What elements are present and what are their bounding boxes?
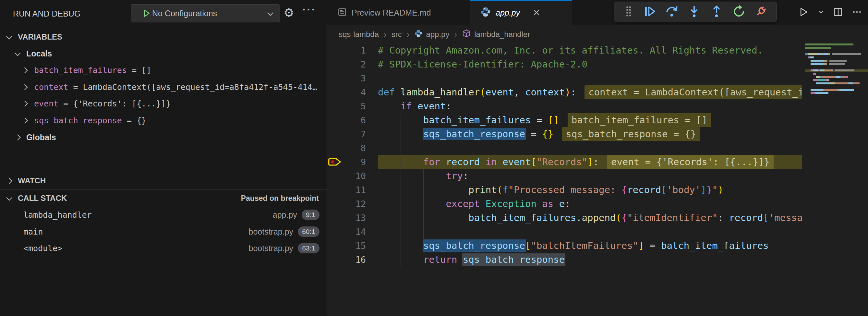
chevron-right-icon [14,134,21,140]
step-over-icon[interactable] [665,4,679,20]
code-line-14: 14 [327,225,802,239]
paused-status-text: Paused on breakpoint [241,194,319,203]
line-number[interactable]: 2 [327,57,366,71]
code-line-3: 3 [327,71,802,85]
line-number[interactable]: 6 [327,113,366,127]
code-line-7: 7 sqs_batch_response = {}sqs_batch_respo… [327,127,802,141]
variable-value: = {} [122,116,146,125]
line-number[interactable]: 8 [327,141,366,155]
variable-name: event [34,99,58,108]
watch-section-header[interactable]: WATCH [0,175,327,187]
debug-toolbar [614,2,777,22]
code-line-4: 4def lambda_handler(event, context):cont… [327,85,802,99]
sidebar-title: RUN AND DEBUG [13,9,81,19]
stack-frame-1[interactable]: lambda_handlerapp.py9:1 [0,209,327,221]
tab-label: Preview README.md [351,8,431,18]
line-number[interactable]: 16 [327,253,366,267]
configurations-dropdown[interactable]: No Configurations [131,4,280,22]
line-number[interactable]: 12 [327,197,366,211]
variable-row-context[interactable]: context = LambdaContext([aws_request_id=… [0,81,327,93]
line-number[interactable]: 10 [327,169,366,183]
start-debug-icon[interactable] [138,10,144,17]
line-number[interactable]: 14 [327,225,366,239]
line-number[interactable]: 15 [327,239,366,253]
minimap-line [805,92,868,94]
configurations-dropdown-label[interactable]: No Configurations [152,9,268,18]
call-stack-section-header[interactable]: CALL STACK Paused on breakpoint [0,192,327,204]
continue-icon[interactable] [643,4,656,20]
restart-icon[interactable] [732,4,746,20]
code-text: for record in event["Records"]: [378,155,599,169]
chevron-right-icon [22,67,28,73]
minimap[interactable] [803,43,868,173]
breadcrumb-item[interactable]: sqs-lambda [339,30,379,39]
inline-debug-value: batch_item_failures = [] [568,113,711,127]
breadcrumb-separator: › [454,30,457,39]
gear-icon[interactable]: ⚙ [283,6,294,20]
variable-name: sqs_batch_response [34,116,122,125]
stack-frame-3[interactable]: <module>bootstrap.py63:1 [0,242,327,254]
breadcrumb-item[interactable]: app.py [414,29,449,39]
frame-position-badge: 60:1 [298,226,319,237]
minimap-line [805,60,868,62]
line-number[interactable]: 11 [327,183,366,197]
step-out-icon[interactable] [710,4,723,20]
variable-name: context [34,83,68,92]
tab-app-py[interactable]: app.py ✕ [470,0,572,25]
minimap-line [805,89,868,91]
code-line-8: 8 [327,141,802,155]
line-number[interactable]: 13 [327,211,366,225]
line-number[interactable]: 5 [327,99,366,113]
editor-tab-bar: Preview README.md app.py ✕ [327,0,868,25]
variable-name: batch_item_failures [34,66,127,75]
breadcrumb: sqs-lambda › src › app.py › lambda_handl… [327,25,802,43]
variable-value: = [] [127,66,151,75]
tab-preview-readme[interactable]: Preview README.md [327,0,470,25]
python-icon [414,29,423,39]
breadcrumb-item[interactable]: src [392,30,402,39]
code-line-13: 13 batch_item_failures.append({"itemIden… [327,211,802,225]
frame-position-badge: 63:1 [298,243,319,253]
code-line-11: 11 print(f"Processed message: {record['b… [327,183,802,197]
minimap-line [805,69,868,72]
variable-row-event[interactable]: event = {'Records': [{...}]} [0,97,327,110]
line-number[interactable]: 1 [327,43,366,57]
variable-row-batch_item_failures[interactable]: batch_item_failures = [] [0,64,327,76]
scope-globals[interactable]: Globals [0,131,327,144]
vscode-debug-window: RUN AND DEBUG No Configurations ⚙ ··· VA… [0,0,868,316]
chevron-down-icon [267,10,273,15]
line-number[interactable]: 4 [327,85,366,99]
scope-locals[interactable]: Locals [0,48,327,60]
more-actions-icon[interactable]: ··· [302,3,316,16]
split-editor-icon[interactable] [833,7,843,19]
minimap-line [805,66,868,68]
line-number[interactable]: 9 [327,155,366,169]
minimap-line [805,50,868,52]
minimap-line [805,76,868,78]
chevron-down-icon [6,33,12,39]
code-text: sqs_batch_response = {}sqs_batch_respons… [378,127,700,141]
disconnect-icon[interactable] [754,4,768,20]
run-icon[interactable] [798,6,809,19]
step-into-icon[interactable] [687,4,701,20]
variable-row-sqs_batch_response[interactable]: sqs_batch_response = {} [0,114,327,127]
run-and-debug-sidebar: RUN AND DEBUG No Configurations ⚙ ··· VA… [0,0,327,316]
breadcrumb-item[interactable]: lambda_handler [462,29,530,40]
minimap-line [805,79,868,81]
close-tab-icon[interactable]: ✕ [533,8,540,18]
minimap-line [805,57,868,58]
code-editor[interactable]: event = {'Records': [{...}]}1# Copyright… [327,43,802,316]
code-line-5: 5 if event: [327,99,802,113]
line-number[interactable]: 7 [327,127,366,141]
gripper-icon [623,5,634,19]
code-line-6: 6 batch_item_failures = []batch_item_fai… [327,113,802,127]
variables-section-header[interactable]: VARIABLES [0,31,327,43]
watch-header-label: WATCH [18,176,46,185]
stack-frame-2[interactable]: mainbootstrap.py60:1 [0,225,327,238]
line-number[interactable]: 3 [327,71,366,85]
more-icon[interactable] [852,7,862,19]
chevron-down-icon[interactable] [817,8,825,17]
chevron-right-icon [6,178,12,184]
code-line-1: 1# Copyright Amazon.com, Inc. or its aff… [327,43,802,57]
chevron-right-icon [22,101,28,106]
